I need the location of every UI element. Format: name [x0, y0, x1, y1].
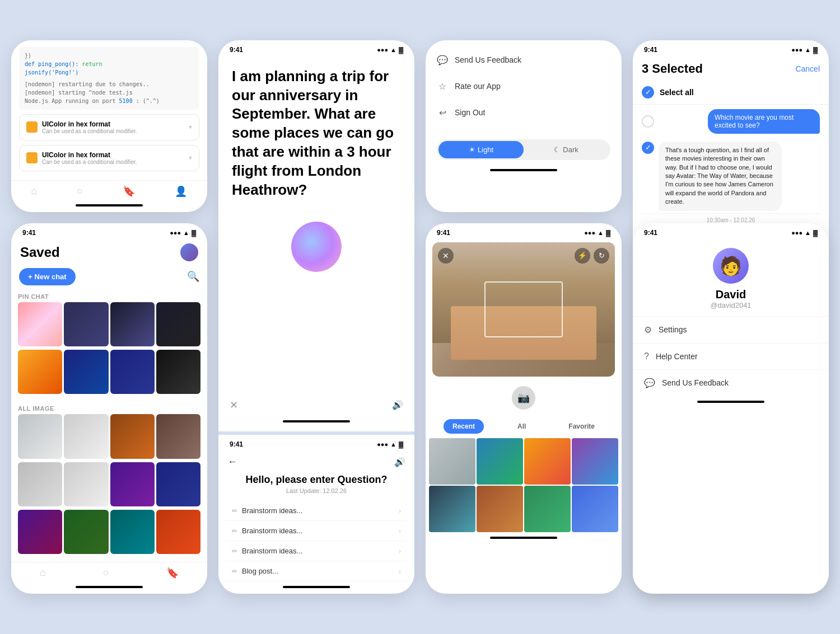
bubble-left-1: That's a tough question, as I find all o… [659, 142, 782, 211]
signal-icon-select: ●●● [791, 46, 802, 53]
battery-icon-hello: ▓ [399, 441, 403, 448]
dark-theme-button[interactable]: ☾ Dark [524, 141, 609, 158]
moon-icon: ☾ [554, 145, 561, 154]
feedback-icon: 💬 [437, 55, 448, 65]
dark-label: Dark [563, 145, 578, 154]
pin-img-5 [18, 350, 62, 394]
brainstorm-item-3[interactable]: ✏ Brainstorm ideas... › [225, 541, 408, 561]
capture-button[interactable]: 📷 [510, 384, 537, 411]
status-bar-trip: 9:41 ●●● ▲ ▓ [218, 40, 414, 56]
cancel-button[interactable]: Cancel [795, 64, 820, 73]
all-image-section: ALL IMAGE [11, 402, 207, 562]
home-tab-icon[interactable]: ⌂ [31, 185, 38, 198]
tab-favorite[interactable]: Favorite [559, 419, 604, 434]
gallery-cell-2[interactable] [477, 438, 523, 485]
check-2: ✓ [642, 142, 654, 154]
feedback-label-profile: Send Us Feedback [662, 378, 729, 387]
brainstorm-item-1[interactable]: ✏ Brainstorm ideas... › [225, 501, 408, 521]
time-saved: 9:41 [22, 229, 36, 237]
uicolor-sub-2: Can be used as a conditional modifier. [42, 159, 137, 165]
gallery-cell-8[interactable] [572, 486, 618, 532]
profile-screen: 9:41 ●●● ▲ ▓ 🧑 David @david2041 ⚙ Settin… [633, 223, 829, 594]
arrow-icon-3: › [399, 547, 401, 555]
home-indicator-trip [283, 420, 350, 422]
uicolor-card-1[interactable]: UIColor in hex format Can be used as a c… [19, 114, 199, 140]
uicolor-icon-1 [26, 121, 38, 133]
close-button[interactable]: ✕ [230, 399, 238, 411]
hello-subtitle: Last Update: 12.02.26 [218, 487, 414, 494]
flash-button[interactable]: ⚡ [575, 248, 590, 264]
flip-camera-button[interactable]: ↻ [594, 248, 609, 264]
tab-all[interactable]: All [508, 419, 535, 434]
chat-tab-icon[interactable]: ○ [77, 185, 83, 198]
response-row: ✓ That's a tough question, as I find all… [633, 138, 829, 211]
brainstorm-icon-3: ✏ [232, 547, 237, 555]
bubble-right-1: Which movie are you most excited to see? [708, 109, 820, 134]
home-tab-saved[interactable]: ⌂ [40, 567, 46, 579]
uicolor-title-1: UIColor in hex format [42, 120, 137, 128]
speaker-icon[interactable]: 🔊 [392, 400, 403, 410]
wifi-icon-select: ▲ [805, 46, 811, 53]
settings-item[interactable]: ⚙ Settings [633, 316, 829, 343]
battery-camera: ▓ [606, 229, 610, 236]
uicolor-title-2: UIColor in hex format [42, 151, 137, 159]
select-all-check: ✓ [642, 86, 654, 98]
sign-out-item[interactable]: ↩ Sign Out [426, 100, 622, 126]
wifi-saved: ▲ [183, 229, 189, 236]
gallery-cell-4[interactable] [572, 438, 618, 485]
trip-screen: 9:41 ●●● ▲ ▓ I am planning a trip for ou… [218, 40, 414, 594]
bookmark-tab-icon[interactable]: 🔖 [123, 185, 135, 198]
battery-icon-select: ▓ [813, 46, 818, 53]
pin-img-2 [64, 302, 108, 346]
uicolor-icon-2 [26, 152, 38, 163]
signout-icon: ↩ [437, 107, 448, 118]
code-block: }) def ping_pong(): return jsonify('Pong… [19, 47, 199, 110]
home-indicator-ld [490, 169, 557, 171]
pin-img-1 [18, 302, 62, 346]
brainstorm-icon-1: ✏ [232, 507, 237, 515]
brainstorm-label-3: Brainstorm ideas... [242, 547, 302, 555]
sign-out-label: Sign Out [455, 108, 485, 117]
gallery-cell-1[interactable] [429, 438, 475, 485]
pin-label: PIN CHAT [18, 290, 200, 302]
tab-bar: ⌂ ○ 🔖 👤 [11, 180, 207, 200]
plus-icon: + [28, 273, 32, 281]
uicolor-card-2[interactable]: UIColor in hex format Can be used as a c… [19, 145, 199, 171]
avatar[interactable] [180, 243, 198, 261]
speaker-hello[interactable]: 🔊 [394, 457, 405, 467]
rate-app-item[interactable]: ☆ Rate our App [426, 73, 622, 100]
chat-tab-saved[interactable]: ○ [103, 567, 109, 579]
bookmark-tab-saved[interactable]: 🔖 [166, 567, 179, 579]
gallery-cell-6[interactable] [477, 486, 523, 532]
feedback-item-profile[interactable]: 💬 Send Us Feedback [633, 369, 829, 396]
new-chat-button[interactable]: + New chat [19, 268, 76, 285]
search-button[interactable]: 🔍 [187, 270, 199, 283]
trip-content: I am planning a trip for our anniversary… [218, 56, 414, 392]
home-indicator-hello [283, 586, 350, 588]
send-feedback-label: Send Us Feedback [455, 55, 521, 64]
profile-avatar: 🧑 [713, 248, 749, 284]
gallery-tabs: Recent All Favorite [426, 416, 622, 438]
gallery-cell-5[interactable] [429, 486, 475, 532]
gallery-cell-3[interactable] [524, 438, 571, 485]
help-center-item[interactable]: ? Help Center [633, 343, 829, 369]
theme-toggle: ☀ Light ☾ Dark [437, 139, 610, 160]
focus-rectangle [484, 281, 563, 337]
close-camera-button[interactable]: ✕ [438, 248, 454, 264]
chat-row-1[interactable]: Which movie are you most excited to see? [633, 105, 829, 138]
home-indicator-profile [697, 401, 764, 403]
select-all-label: Select all [660, 88, 694, 97]
status-bar-profile: 9:41 ●●● ▲ ▓ [633, 223, 829, 239]
profile-name: David [716, 288, 746, 301]
back-button[interactable]: ← [227, 456, 237, 468]
send-feedback-item[interactable]: 💬 Send Us Feedback [426, 47, 622, 73]
new-chat-label: New chat [35, 273, 67, 281]
profile-tab-icon[interactable]: 👤 [175, 185, 187, 198]
brainstorm-item-4[interactable]: ✏ Blog post... › [225, 561, 408, 581]
tab-recent[interactable]: Recent [444, 419, 484, 434]
brainstorm-item-2[interactable]: ✏ Brainstorm ideas... › [225, 521, 408, 541]
light-theme-button[interactable]: ☀ Light [438, 141, 524, 158]
gallery-cell-7[interactable] [524, 486, 571, 532]
select-all-row[interactable]: ✓ Select all [633, 81, 829, 105]
battery-saved: ▓ [192, 229, 196, 236]
